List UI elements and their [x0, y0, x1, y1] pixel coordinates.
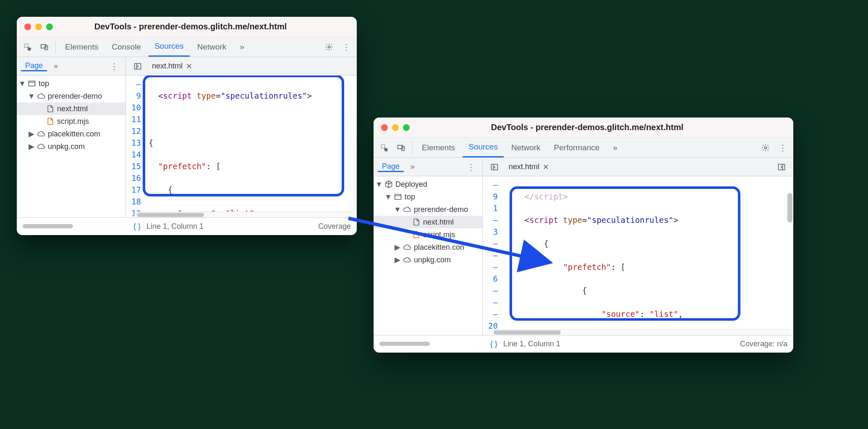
device-icon[interactable]	[394, 138, 409, 157]
brackets-icon[interactable]: { }	[133, 222, 141, 231]
tab-network[interactable]: Network	[191, 37, 233, 57]
tree-label: top	[39, 79, 49, 88]
statusbar: { } Line 1, Column 1 Coverage	[17, 217, 357, 235]
close-tab-icon[interactable]: ✕	[543, 162, 549, 172]
file-orange-icon	[412, 230, 421, 239]
line-number: –	[485, 214, 498, 226]
device-icon[interactable]	[37, 37, 52, 57]
cube-icon	[384, 180, 393, 188]
tab-elements[interactable]: Elements	[416, 138, 461, 157]
tree-row[interactable]: ▼Deployed	[374, 178, 482, 191]
sidebar-tab-page[interactable]: Page	[378, 162, 404, 172]
gear-icon[interactable]	[322, 37, 337, 57]
tab-network[interactable]: Network	[505, 138, 546, 157]
code-area[interactable]: </script> <script type="speculationrules…	[502, 176, 793, 335]
toggle-navigator-icon[interactable]	[130, 62, 145, 71]
tree-row[interactable]: ▶placekitten.com	[17, 128, 125, 140]
line-number: –	[485, 308, 498, 320]
tree-row[interactable]: ▶placekitten.con	[374, 241, 482, 254]
close-tab-icon[interactable]: ✕	[186, 62, 192, 71]
gear-icon[interactable]	[758, 138, 773, 157]
line-number: 14	[128, 149, 141, 160]
line-number: –	[485, 296, 498, 308]
tree-row[interactable]: next.html	[17, 102, 125, 115]
tree-row[interactable]: script.mjs	[374, 228, 482, 241]
sidebar-tab-page[interactable]: Page	[21, 61, 47, 71]
tree-row[interactable]: next.html	[374, 216, 482, 228]
window-title: DevTools - prerender-demos.glitch.me/nex…	[389, 123, 786, 132]
tree-label: unpkg.com	[48, 142, 85, 151]
code-editor[interactable]: –91–3–––6–––20 </script> <script type="s…	[483, 176, 793, 335]
cloud-icon	[403, 205, 411, 214]
sidebar-kebab-icon[interactable]: ⋮	[106, 61, 121, 71]
tabs-overflow[interactable]: »	[607, 138, 623, 157]
close-icon[interactable]	[24, 24, 31, 30]
svg-rect-6	[29, 81, 35, 86]
file-icon	[46, 105, 55, 113]
tab-performance[interactable]: Performance	[548, 138, 606, 157]
sidebar-tabs-overflow[interactable]: »	[406, 162, 419, 171]
main-tabbar: Elements Sources Network Performance » ⋮	[374, 138, 793, 158]
line-number: 3	[485, 226, 498, 238]
tab-console[interactable]: Console	[106, 37, 147, 57]
tab-sources[interactable]: Sources	[149, 37, 190, 57]
sidebar-kebab-icon[interactable]: ⋮	[463, 162, 478, 172]
editor-hscroll[interactable]	[491, 329, 790, 335]
tree-row[interactable]: ▼top	[374, 191, 482, 203]
line-number: 12	[128, 125, 141, 137]
inspect-icon[interactable]	[377, 138, 392, 157]
tree-label: top	[405, 193, 415, 201]
tabs-overflow[interactable]: »	[234, 37, 250, 57]
tree-row[interactable]: ▼prerender-demo	[17, 90, 125, 102]
chevron-right-icon[interactable]: ▶	[395, 255, 400, 264]
titlebar: DevTools - prerender-demos.glitch.me/nex…	[374, 118, 793, 138]
code-editor[interactable]: –910111213141516171819–20 <script type="…	[126, 76, 357, 217]
tree-row[interactable]: ▶unpkg.com	[17, 140, 125, 153]
inspect-icon[interactable]	[20, 37, 35, 57]
sources-subbar: Page » ⋮ next.html ✕	[374, 158, 793, 176]
sidebar-hscroll[interactable]	[20, 223, 121, 229]
tree-row[interactable]: script.mjs	[17, 115, 125, 128]
coverage-label: Coverage: n/a	[740, 340, 787, 348]
file-tab[interactable]: next.html ✕	[506, 162, 552, 172]
close-icon[interactable]	[381, 124, 388, 131]
kebab-icon[interactable]: ⋮	[338, 37, 353, 57]
tab-elements[interactable]: Elements	[59, 37, 104, 57]
chevron-down-icon[interactable]: ▼	[376, 180, 382, 189]
tab-sources[interactable]: Sources	[463, 138, 504, 157]
devtools-window-b: DevTools - prerender-demos.glitch.me/nex…	[374, 118, 793, 353]
svg-point-11	[765, 146, 767, 149]
sidebar-hscroll[interactable]	[377, 341, 478, 347]
line-number: –	[485, 238, 498, 249]
code-area[interactable]: <script type="speculationrules"> { "pref…	[145, 76, 357, 217]
editor-hscroll[interactable]	[134, 212, 353, 217]
svg-rect-0	[25, 44, 28, 47]
chevron-right-icon[interactable]: ▶	[395, 243, 400, 252]
toggle-debugger-icon[interactable]	[774, 163, 789, 171]
window-icon	[394, 193, 402, 201]
coverage-label: Coverage	[318, 222, 351, 231]
sidebar-tabs-overflow[interactable]: »	[50, 62, 62, 71]
file-tab-label: next.html	[152, 62, 183, 71]
toggle-navigator-icon[interactable]	[487, 163, 502, 171]
cloud-icon	[37, 130, 45, 138]
svg-rect-8	[382, 144, 385, 148]
chevron-right-icon[interactable]: ▶	[29, 129, 34, 139]
chevron-down-icon[interactable]: ▼	[385, 193, 391, 201]
tree-label: unpkg.com	[414, 256, 451, 264]
file-icon	[412, 218, 421, 226]
tree-row[interactable]: ▼top	[17, 77, 125, 90]
chevron-down-icon[interactable]: ▼	[395, 205, 400, 214]
chevron-down-icon[interactable]: ▼	[19, 79, 25, 88]
kebab-icon[interactable]: ⋮	[775, 138, 790, 157]
sources-subbar: Page » ⋮ next.html ✕	[17, 57, 357, 76]
tree-label: Deployed	[395, 180, 427, 189]
tree-row[interactable]: ▼prerender-demo	[374, 203, 482, 216]
tree-row[interactable]: ▶unpkg.com	[374, 254, 482, 266]
vscroll-thumb[interactable]	[787, 193, 792, 222]
chevron-right-icon[interactable]: ▶	[29, 142, 34, 151]
brackets-icon[interactable]: { }	[490, 340, 497, 348]
cloud-icon	[403, 256, 411, 264]
chevron-down-icon[interactable]: ▼	[29, 92, 34, 101]
file-tab[interactable]: next.html ✕	[149, 62, 195, 71]
